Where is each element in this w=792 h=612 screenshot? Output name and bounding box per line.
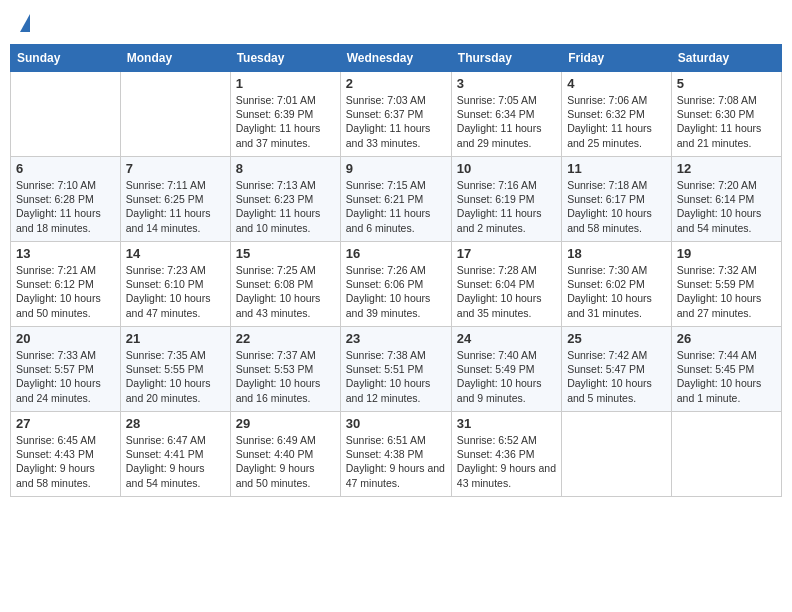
calendar-cell: 3Sunrise: 7:05 AM Sunset: 6:34 PM Daylig… xyxy=(451,72,561,157)
cell-detail: Sunrise: 7:11 AM Sunset: 6:25 PM Dayligh… xyxy=(126,178,225,235)
date-number: 8 xyxy=(236,161,335,176)
cell-detail: Sunrise: 7:23 AM Sunset: 6:10 PM Dayligh… xyxy=(126,263,225,320)
cell-detail: Sunrise: 7:28 AM Sunset: 6:04 PM Dayligh… xyxy=(457,263,556,320)
calendar-cell: 8Sunrise: 7:13 AM Sunset: 6:23 PM Daylig… xyxy=(230,157,340,242)
date-number: 18 xyxy=(567,246,666,261)
cell-detail: Sunrise: 7:10 AM Sunset: 6:28 PM Dayligh… xyxy=(16,178,115,235)
calendar-cell: 30Sunrise: 6:51 AM Sunset: 4:38 PM Dayli… xyxy=(340,412,451,497)
calendar-cell: 24Sunrise: 7:40 AM Sunset: 5:49 PM Dayli… xyxy=(451,327,561,412)
week-row-5: 27Sunrise: 6:45 AM Sunset: 4:43 PM Dayli… xyxy=(11,412,782,497)
calendar-cell: 14Sunrise: 7:23 AM Sunset: 6:10 PM Dayli… xyxy=(120,242,230,327)
date-number: 23 xyxy=(346,331,446,346)
date-number: 21 xyxy=(126,331,225,346)
date-number: 19 xyxy=(677,246,776,261)
cell-detail: Sunrise: 7:35 AM Sunset: 5:55 PM Dayligh… xyxy=(126,348,225,405)
day-header-tuesday: Tuesday xyxy=(230,45,340,72)
cell-detail: Sunrise: 6:52 AM Sunset: 4:36 PM Dayligh… xyxy=(457,433,556,490)
calendar-cell: 10Sunrise: 7:16 AM Sunset: 6:19 PM Dayli… xyxy=(451,157,561,242)
cell-detail: Sunrise: 7:06 AM Sunset: 6:32 PM Dayligh… xyxy=(567,93,666,150)
calendar-cell: 11Sunrise: 7:18 AM Sunset: 6:17 PM Dayli… xyxy=(562,157,672,242)
cell-detail: Sunrise: 7:44 AM Sunset: 5:45 PM Dayligh… xyxy=(677,348,776,405)
calendar-cell: 20Sunrise: 7:33 AM Sunset: 5:57 PM Dayli… xyxy=(11,327,121,412)
calendar-cell: 1Sunrise: 7:01 AM Sunset: 6:39 PM Daylig… xyxy=(230,72,340,157)
date-number: 6 xyxy=(16,161,115,176)
date-number: 14 xyxy=(126,246,225,261)
logo-triangle-icon xyxy=(20,14,30,32)
date-number: 7 xyxy=(126,161,225,176)
date-number: 2 xyxy=(346,76,446,91)
cell-detail: Sunrise: 7:40 AM Sunset: 5:49 PM Dayligh… xyxy=(457,348,556,405)
date-number: 16 xyxy=(346,246,446,261)
date-number: 28 xyxy=(126,416,225,431)
date-number: 26 xyxy=(677,331,776,346)
day-header-friday: Friday xyxy=(562,45,672,72)
calendar-cell: 29Sunrise: 6:49 AM Sunset: 4:40 PM Dayli… xyxy=(230,412,340,497)
calendar-cell: 7Sunrise: 7:11 AM Sunset: 6:25 PM Daylig… xyxy=(120,157,230,242)
date-number: 27 xyxy=(16,416,115,431)
cell-detail: Sunrise: 7:15 AM Sunset: 6:21 PM Dayligh… xyxy=(346,178,446,235)
cell-detail: Sunrise: 6:45 AM Sunset: 4:43 PM Dayligh… xyxy=(16,433,115,490)
cell-detail: Sunrise: 6:47 AM Sunset: 4:41 PM Dayligh… xyxy=(126,433,225,490)
calendar-cell xyxy=(562,412,672,497)
day-header-thursday: Thursday xyxy=(451,45,561,72)
cell-detail: Sunrise: 7:08 AM Sunset: 6:30 PM Dayligh… xyxy=(677,93,776,150)
cell-detail: Sunrise: 7:38 AM Sunset: 5:51 PM Dayligh… xyxy=(346,348,446,405)
calendar-cell: 21Sunrise: 7:35 AM Sunset: 5:55 PM Dayli… xyxy=(120,327,230,412)
calendar-cell: 6Sunrise: 7:10 AM Sunset: 6:28 PM Daylig… xyxy=(11,157,121,242)
date-number: 1 xyxy=(236,76,335,91)
header xyxy=(10,10,782,38)
cell-detail: Sunrise: 7:37 AM Sunset: 5:53 PM Dayligh… xyxy=(236,348,335,405)
cell-detail: Sunrise: 7:21 AM Sunset: 6:12 PM Dayligh… xyxy=(16,263,115,320)
calendar-cell xyxy=(120,72,230,157)
cell-detail: Sunrise: 7:30 AM Sunset: 6:02 PM Dayligh… xyxy=(567,263,666,320)
date-number: 17 xyxy=(457,246,556,261)
cell-detail: Sunrise: 6:49 AM Sunset: 4:40 PM Dayligh… xyxy=(236,433,335,490)
calendar-cell: 31Sunrise: 6:52 AM Sunset: 4:36 PM Dayli… xyxy=(451,412,561,497)
calendar-cell: 19Sunrise: 7:32 AM Sunset: 5:59 PM Dayli… xyxy=(671,242,781,327)
day-header-sunday: Sunday xyxy=(11,45,121,72)
date-number: 20 xyxy=(16,331,115,346)
week-row-2: 6Sunrise: 7:10 AM Sunset: 6:28 PM Daylig… xyxy=(11,157,782,242)
week-row-3: 13Sunrise: 7:21 AM Sunset: 6:12 PM Dayli… xyxy=(11,242,782,327)
date-number: 30 xyxy=(346,416,446,431)
calendar-cell: 17Sunrise: 7:28 AM Sunset: 6:04 PM Dayli… xyxy=(451,242,561,327)
cell-detail: Sunrise: 7:33 AM Sunset: 5:57 PM Dayligh… xyxy=(16,348,115,405)
cell-detail: Sunrise: 7:25 AM Sunset: 6:08 PM Dayligh… xyxy=(236,263,335,320)
date-number: 5 xyxy=(677,76,776,91)
calendar-cell: 18Sunrise: 7:30 AM Sunset: 6:02 PM Dayli… xyxy=(562,242,672,327)
calendar-cell: 4Sunrise: 7:06 AM Sunset: 6:32 PM Daylig… xyxy=(562,72,672,157)
logo xyxy=(16,14,30,34)
cell-detail: Sunrise: 7:13 AM Sunset: 6:23 PM Dayligh… xyxy=(236,178,335,235)
calendar-cell: 25Sunrise: 7:42 AM Sunset: 5:47 PM Dayli… xyxy=(562,327,672,412)
cell-detail: Sunrise: 7:20 AM Sunset: 6:14 PM Dayligh… xyxy=(677,178,776,235)
date-number: 22 xyxy=(236,331,335,346)
date-number: 12 xyxy=(677,161,776,176)
cell-detail: Sunrise: 7:16 AM Sunset: 6:19 PM Dayligh… xyxy=(457,178,556,235)
week-row-1: 1Sunrise: 7:01 AM Sunset: 6:39 PM Daylig… xyxy=(11,72,782,157)
date-number: 10 xyxy=(457,161,556,176)
date-number: 13 xyxy=(16,246,115,261)
date-number: 15 xyxy=(236,246,335,261)
date-number: 9 xyxy=(346,161,446,176)
cell-detail: Sunrise: 7:03 AM Sunset: 6:37 PM Dayligh… xyxy=(346,93,446,150)
date-number: 4 xyxy=(567,76,666,91)
day-header-monday: Monday xyxy=(120,45,230,72)
calendar-cell: 12Sunrise: 7:20 AM Sunset: 6:14 PM Dayli… xyxy=(671,157,781,242)
cell-detail: Sunrise: 7:42 AM Sunset: 5:47 PM Dayligh… xyxy=(567,348,666,405)
cell-detail: Sunrise: 6:51 AM Sunset: 4:38 PM Dayligh… xyxy=(346,433,446,490)
calendar-cell: 5Sunrise: 7:08 AM Sunset: 6:30 PM Daylig… xyxy=(671,72,781,157)
week-row-4: 20Sunrise: 7:33 AM Sunset: 5:57 PM Dayli… xyxy=(11,327,782,412)
date-number: 31 xyxy=(457,416,556,431)
cell-detail: Sunrise: 7:05 AM Sunset: 6:34 PM Dayligh… xyxy=(457,93,556,150)
calendar-cell: 13Sunrise: 7:21 AM Sunset: 6:12 PM Dayli… xyxy=(11,242,121,327)
cell-detail: Sunrise: 7:01 AM Sunset: 6:39 PM Dayligh… xyxy=(236,93,335,150)
header-row: SundayMondayTuesdayWednesdayThursdayFrid… xyxy=(11,45,782,72)
date-number: 25 xyxy=(567,331,666,346)
day-header-saturday: Saturday xyxy=(671,45,781,72)
date-number: 11 xyxy=(567,161,666,176)
day-header-wednesday: Wednesday xyxy=(340,45,451,72)
calendar-cell: 28Sunrise: 6:47 AM Sunset: 4:41 PM Dayli… xyxy=(120,412,230,497)
date-number: 29 xyxy=(236,416,335,431)
date-number: 3 xyxy=(457,76,556,91)
calendar-cell xyxy=(11,72,121,157)
